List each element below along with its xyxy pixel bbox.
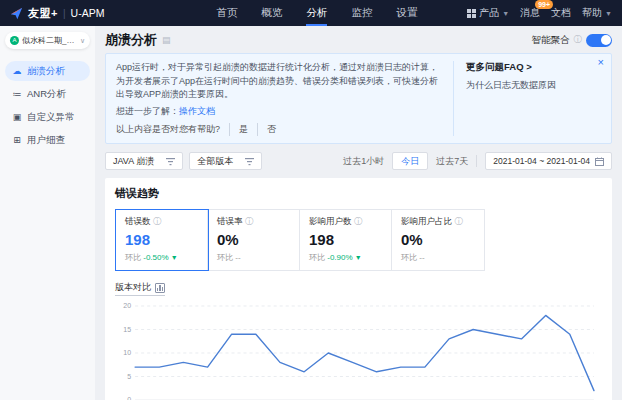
page-title: 崩溃分析	[105, 31, 157, 49]
sidebar-item-label: 用户细查	[27, 134, 65, 147]
info-icon: ⓘ	[245, 216, 254, 226]
logo-text: 友盟+	[28, 6, 58, 21]
stat-card-error-rate[interactable]: 错误率 ⓘ 0% 环比 --	[208, 210, 300, 270]
products-menu[interactable]: 产品 ▼	[467, 6, 509, 20]
sidebar-item-anr-analysis[interactable]: ≔ ANR分析	[5, 84, 90, 104]
umeng-logo-icon	[10, 7, 23, 20]
date-range-value: 2021-01-04 ~ 2021-01-04	[493, 156, 590, 166]
crash-type-filter[interactable]: JAVA 崩溃	[105, 152, 183, 170]
app-name: 似水科二期_Andr...	[22, 35, 77, 46]
filter-funnel-icon	[166, 157, 175, 166]
sidebar-item-custom-exception[interactable]: ▣ 自定义异常	[5, 107, 90, 127]
sidebar-item-label: 自定义异常	[27, 111, 75, 124]
docs-link[interactable]: 文档	[551, 6, 571, 20]
crash-type-value: JAVA 崩溃	[113, 155, 154, 168]
page-header: 崩溃分析 ▤ 智能聚合 ⓘ	[105, 31, 612, 49]
nav-settings[interactable]: 设置	[396, 0, 417, 26]
nav-overview[interactable]: 概览	[261, 0, 282, 26]
chevron-down-icon: ∨	[80, 37, 85, 45]
sidebar-menu: ☁ 崩溃分析 ≔ ANR分析 ▣ 自定义异常 ⊞ 用户细查	[5, 61, 90, 150]
filter-row: JAVA 崩溃 全部版本 过去1小时 今日 过去7天 2021-01-04 ~ …	[105, 152, 612, 170]
logo-separator: |	[63, 8, 66, 19]
chevron-down-icon: ▼	[502, 10, 509, 17]
time-option-today[interactable]: 今日	[392, 152, 428, 170]
stat-cards: 错误数 ⓘ 198 环比 -0.50% ▼ 错误率 ⓘ 0% 环比 -- 影响用…	[115, 209, 485, 271]
smart-aggregation-control: 智能聚合 ⓘ	[532, 34, 613, 47]
close-icon[interactable]: ×	[598, 57, 604, 68]
stat-value: 0%	[401, 231, 475, 248]
user-detail-icon: ⊞	[12, 135, 22, 145]
stat-value: 198	[309, 231, 382, 248]
feedback-yes-button[interactable]: 是	[229, 123, 257, 136]
time-range-group: 过去1小时 今日 过去7天 2021-01-04 ~ 2021-01-04	[343, 152, 612, 170]
smart-aggregation-toggle[interactable]	[586, 34, 612, 47]
grid-icon	[467, 9, 476, 18]
time-option-last-7-days[interactable]: 过去7天	[436, 155, 468, 168]
svg-text:20: 20	[123, 303, 131, 310]
version-value: 全部版本	[197, 155, 233, 168]
help-link[interactable]: 帮助 ▼	[582, 6, 612, 20]
product-name: U-APM	[71, 7, 105, 19]
svg-text:0: 0	[127, 397, 131, 400]
stat-label: 影响用户数 ⓘ	[309, 216, 382, 228]
info-icon: ⓘ	[153, 216, 162, 226]
error-trend-line-chart[interactable]: 0510152000:0001:0002:0003:0004:0005:0006…	[115, 298, 602, 400]
sidebar-item-label: 崩溃分析	[27, 65, 65, 78]
stat-label: 错误数 ⓘ	[125, 216, 198, 228]
products-label: 产品	[479, 6, 499, 20]
stat-label: 错误率 ⓘ	[217, 216, 290, 228]
faq-item-link[interactable]: 为什么日志无数据原因	[466, 79, 601, 92]
time-option-last-hour[interactable]: 过去1小时	[343, 155, 384, 168]
filter-funnel-icon	[245, 157, 254, 166]
top-navigation: 首页 概览 分析 监控 设置	[216, 0, 417, 26]
info-icon[interactable]: ⓘ	[574, 34, 583, 46]
stat-card-affected-user-ratio[interactable]: 影响用户占比 ⓘ 0% 环比 --	[392, 210, 484, 270]
app-selector-dropdown[interactable]: A 似水科二期_Andr... ∨	[5, 32, 90, 49]
docs-link[interactable]: 操作文档	[179, 106, 215, 116]
stat-card-error-count[interactable]: 错误数 ⓘ 198 环比 -0.50% ▼	[116, 210, 208, 270]
docs-label: 文档	[551, 6, 571, 20]
sidebar: A 似水科二期_Andr... ∨ ☁ 崩溃分析 ≔ ANR分析 ▣ 自定义异常…	[0, 26, 95, 400]
stat-value: 0%	[217, 231, 290, 248]
svg-text:15: 15	[123, 326, 131, 333]
toggle-knob	[601, 35, 611, 45]
info-icon: ⓘ	[354, 216, 363, 226]
info-banner: App运行时，对于异常引起崩溃的数据进行统计化分析，通过对崩溃日志的计算，为开发…	[105, 53, 612, 144]
stat-card-affected-users[interactable]: 影响用户数 ⓘ 198 环比 -0.90% ▼	[300, 210, 392, 270]
stat-label: 影响用户占比 ⓘ	[401, 216, 475, 228]
date-range-picker[interactable]: 2021-01-04 ~ 2021-01-04	[485, 152, 612, 170]
messages-link[interactable]: 消息 99+	[520, 6, 540, 20]
stat-compare: 环比 --	[401, 252, 475, 263]
info-icon: ⓘ	[454, 216, 463, 226]
custom-exception-icon: ▣	[12, 112, 22, 122]
nav-analysis[interactable]: 分析	[306, 0, 327, 26]
trend-down-icon: ▼	[355, 254, 362, 261]
feedback-row: 以上内容是否对您有帮助? 是 否	[116, 123, 441, 136]
version-compare-button[interactable]: 版本对比	[115, 281, 165, 296]
version-compare-label: 版本对比	[115, 281, 151, 294]
android-app-icon: A	[10, 36, 19, 45]
sidebar-item-user-detail[interactable]: ⊞ 用户细查	[5, 130, 90, 150]
banner-learn-more: 想进一步了解：操作文档	[116, 105, 441, 119]
section-title: 错误趋势	[115, 186, 602, 201]
nav-monitoring[interactable]: 监控	[351, 0, 372, 26]
version-filter[interactable]: 全部版本	[189, 152, 262, 170]
title-guide-icon[interactable]: ▤	[162, 35, 171, 45]
nav-home[interactable]: 首页	[216, 0, 237, 26]
sidebar-item-label: ANR分析	[27, 88, 66, 101]
banner-paragraph: App运行时，对于异常引起崩溃的数据进行统计化分析，通过对崩溃日志的计算，为开发…	[116, 61, 441, 102]
banner-faq: 更多问题FAQ > 为什么日志无数据原因	[453, 61, 601, 136]
feedback-question: 以上内容是否对您有帮助?	[116, 123, 229, 136]
topbar-right: 产品 ▼ 消息 99+ 文档 帮助 ▼	[467, 6, 612, 20]
stat-compare: 环比 -0.90% ▼	[309, 252, 382, 263]
main-content: 崩溃分析 ▤ 智能聚合 ⓘ App运行时，对于异常引起崩溃的数据进行统计化分析，…	[95, 26, 622, 400]
feedback-no-button[interactable]: 否	[257, 123, 285, 136]
faq-title-link[interactable]: 更多问题FAQ >	[466, 61, 601, 74]
logo-area[interactable]: 友盟+ | U-APM	[10, 6, 104, 21]
sidebar-item-crash-analysis[interactable]: ☁ 崩溃分析	[5, 61, 90, 81]
help-label: 帮助	[582, 6, 602, 20]
learn-prefix: 想进一步了解：	[116, 106, 179, 116]
chevron-down-icon: ▼	[605, 10, 612, 17]
error-trend-card: 错误趋势 错误数 ⓘ 198 环比 -0.50% ▼ 错误率 ⓘ 0% 环比 -…	[105, 178, 612, 400]
topbar: 友盟+ | U-APM 首页 概览 分析 监控 设置 产品 ▼ 消息 99+ 文…	[0, 0, 622, 26]
